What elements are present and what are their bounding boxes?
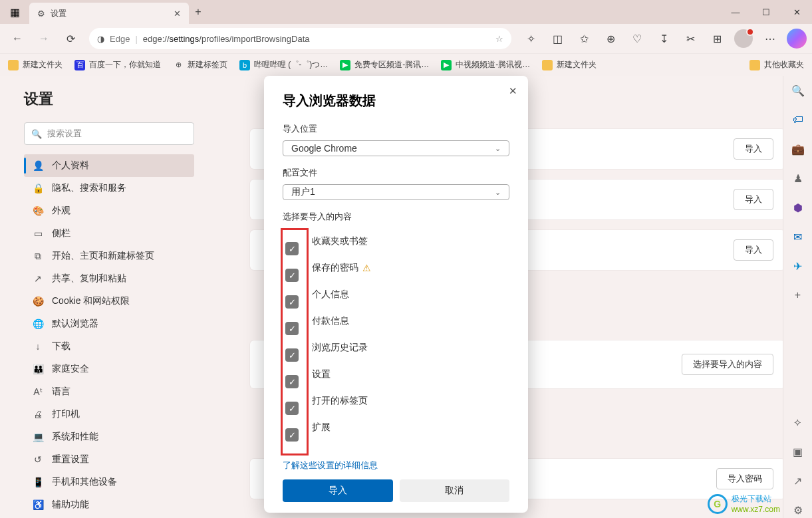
profile-avatar[interactable] bbox=[731, 27, 756, 51]
refresh-button[interactable]: ⟳ bbox=[59, 27, 82, 51]
sidebar-item[interactable]: ⧉开始、主页和新建标签页 bbox=[24, 245, 194, 267]
other-favorites[interactable]: 其他收藏夹 bbox=[749, 59, 804, 70]
search-sidebar-icon[interactable]: 🔍 bbox=[790, 82, 806, 98]
favorites-icon[interactable]: ✩ bbox=[571, 27, 597, 51]
games-icon[interactable]: ♟ bbox=[790, 170, 806, 186]
sidebar-item[interactable]: 💻系统和性能 bbox=[24, 426, 194, 448]
window-close-button[interactable]: ✕ bbox=[781, 0, 812, 24]
import-option-checkbox[interactable]: ✓ bbox=[285, 242, 299, 255]
import-option-label: 浏览历史记录 bbox=[312, 334, 371, 361]
toolbox-icon[interactable]: 💼 bbox=[790, 141, 806, 157]
sidebar-item[interactable]: ♿辅助功能 bbox=[24, 493, 194, 516]
watermark: G 极光下载站 www.xz7.com bbox=[708, 493, 780, 514]
sidebar-item[interactable]: ↗共享、复制和粘贴 bbox=[24, 267, 194, 290]
warning-icon: ⚠ bbox=[362, 263, 371, 273]
bookmark-item[interactable]: 新建文件夹 bbox=[542, 59, 597, 70]
sidebar-item-label: 共享、复制和粘贴 bbox=[52, 273, 126, 285]
bookmark-icon: ▶ bbox=[340, 60, 350, 70]
import-button[interactable]: 导入 bbox=[734, 138, 773, 160]
bookmark-icon: 百 bbox=[74, 60, 85, 70]
dialog-close-button[interactable]: ✕ bbox=[509, 85, 517, 97]
extensions-icon[interactable]: ✧ bbox=[518, 27, 543, 51]
import-confirm-button[interactable]: 导入 bbox=[283, 479, 393, 502]
send-icon[interactable]: ✈ bbox=[790, 258, 806, 274]
import-button[interactable]: 导入 bbox=[734, 189, 773, 210]
sidebar-item[interactable]: 📱手机和其他设备 bbox=[24, 471, 194, 493]
new-tab-button[interactable]: + bbox=[189, 6, 207, 18]
office-icon[interactable]: ⬢ bbox=[790, 199, 806, 215]
bookmark-item[interactable]: 百百度一下，你就知道 bbox=[74, 59, 161, 70]
external-icon[interactable]: ↗ bbox=[790, 473, 806, 489]
sidebar-item-icon: ⧉ bbox=[32, 251, 44, 262]
bookmark-icon bbox=[542, 60, 553, 70]
collections-icon[interactable]: ⊕ bbox=[598, 27, 623, 51]
address-bar[interactable]: ◑ Edge | edge://settings/profiles/import… bbox=[89, 28, 511, 49]
split-screen-icon[interactable]: ◫ bbox=[545, 27, 570, 51]
sidebar-item-icon: ♿ bbox=[32, 499, 44, 510]
minimize-button[interactable]: — bbox=[720, 0, 751, 24]
edge-label: Edge bbox=[110, 34, 130, 44]
sidebar-item-label: 重置设置 bbox=[52, 453, 89, 465]
bookmark-item[interactable]: 新建文件夹 bbox=[8, 59, 63, 70]
import-button[interactable]: 导入 bbox=[734, 239, 773, 261]
sidebar-item-label: 侧栏 bbox=[52, 227, 70, 239]
learn-more-link[interactable]: 了解这些设置的详细信息 bbox=[283, 455, 509, 471]
bookmark-item[interactable]: b哔哩哔哩 (゜-゜)つ… bbox=[239, 59, 328, 70]
profile-select[interactable]: 用户1 ⌄ bbox=[283, 184, 509, 200]
import-from-select[interactable]: Google Chrome ⌄ bbox=[283, 140, 509, 156]
bookmark-item[interactable]: ▶中视频频道-腾讯视… bbox=[441, 59, 530, 70]
sidebar-item-label: 个人资料 bbox=[52, 160, 89, 172]
settings-search[interactable]: 🔍 搜索设置 bbox=[24, 122, 194, 145]
folder-icon bbox=[749, 60, 760, 70]
customize-icon[interactable]: ⟡ bbox=[790, 414, 806, 430]
bookmark-item[interactable]: ▶免费专区频道-腾讯… bbox=[340, 59, 429, 70]
import-option-checkbox[interactable]: ✓ bbox=[285, 322, 299, 335]
copilot-icon[interactable] bbox=[787, 29, 807, 49]
settings-sidebar-icon[interactable]: ⚙ bbox=[790, 502, 806, 518]
sidebar-item[interactable]: 👪家庭安全 bbox=[24, 358, 194, 380]
import-password-button[interactable]: 导入密码 bbox=[716, 468, 773, 489]
apps-icon[interactable]: ⊞ bbox=[704, 27, 730, 51]
sidebar-item-icon: 🖨 bbox=[32, 409, 44, 420]
sidebar-item-icon: ▭ bbox=[32, 228, 44, 239]
import-option-checkbox[interactable]: ✓ bbox=[285, 402, 299, 415]
sidebar-item[interactable]: ▭侧栏 bbox=[24, 222, 194, 245]
import-option-checkbox[interactable]: ✓ bbox=[285, 375, 299, 388]
sidebar-item-icon: 🔒 bbox=[32, 183, 44, 194]
maximize-button[interactable]: ☐ bbox=[751, 0, 781, 24]
import-option-checkbox[interactable]: ✓ bbox=[285, 295, 299, 309]
sidebar-item-label: 默认浏览器 bbox=[52, 318, 98, 330]
import-option-checkbox[interactable]: ✓ bbox=[285, 269, 299, 282]
sidebar-item[interactable]: 🍪Cookie 和网站权限 bbox=[24, 290, 194, 313]
sidebar-item[interactable]: ↺重置设置 bbox=[24, 448, 194, 471]
sidebar-item[interactable]: 🌐默认浏览器 bbox=[24, 313, 194, 335]
import-option-checkbox[interactable]: ✓ bbox=[285, 348, 299, 362]
forward-button: → bbox=[32, 27, 56, 51]
cancel-button[interactable]: 取消 bbox=[400, 479, 510, 502]
sidebar-item[interactable]: 👤个人资料 bbox=[24, 154, 194, 177]
sidebar-item[interactable]: Aᵗ语言 bbox=[24, 380, 194, 403]
back-button[interactable]: ← bbox=[5, 27, 29, 51]
sidebar-item-icon: 🎨 bbox=[32, 205, 44, 216]
bookmark-item[interactable]: ⊕新建标签页 bbox=[173, 59, 227, 70]
select-import-content-button[interactable]: 选择要导入的内容 bbox=[682, 354, 773, 375]
favorite-star-icon[interactable]: ☆ bbox=[495, 34, 503, 44]
tab-close-icon[interactable]: ✕ bbox=[174, 9, 181, 19]
add-sidebar-icon[interactable]: + bbox=[790, 287, 806, 303]
sidebar-toggle-icon[interactable]: ▣ bbox=[790, 444, 806, 459]
browser-tab[interactable]: ⚙ 设置 ✕ bbox=[29, 3, 189, 24]
sidebar-item[interactable]: ↓下载 bbox=[24, 335, 194, 358]
sidebar-item[interactable]: 🎨外观 bbox=[24, 199, 194, 222]
downloads-icon[interactable]: ↧ bbox=[651, 27, 676, 51]
performance-icon[interactable]: ♡ bbox=[624, 27, 650, 51]
more-menu-icon[interactable]: ⋯ bbox=[757, 27, 783, 51]
screenshot-icon[interactable]: ✂ bbox=[678, 27, 703, 51]
shopping-icon[interactable]: 🏷 bbox=[790, 112, 806, 128]
import-option-checkbox[interactable]: ✓ bbox=[285, 428, 299, 442]
outlook-icon[interactable]: ✉ bbox=[790, 229, 806, 245]
sidebar-item[interactable]: 🔒隐私、搜索和服务 bbox=[24, 177, 194, 199]
sidebar-item-label: 语言 bbox=[52, 386, 70, 398]
import-option-label: 设置 bbox=[312, 361, 371, 388]
sidebar-item[interactable]: 🖨打印机 bbox=[24, 403, 194, 426]
tab-overview-icon[interactable]: ▦ bbox=[0, 6, 29, 19]
